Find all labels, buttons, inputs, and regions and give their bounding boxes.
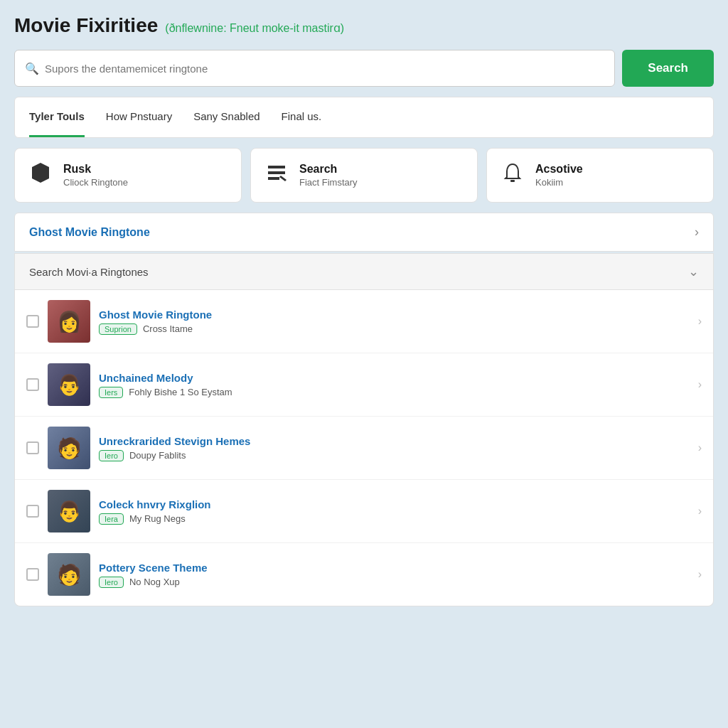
search-input-wrapper: 🔍 [14,50,615,87]
result-chevron-1: › [698,315,702,328]
app-container: Movie Fixiritiee (ðnflewnine: Fneut moke… [14,14,714,606]
result-checkbox-4[interactable] [26,505,39,518]
result-info-1: Ghost Movie Ringtone Suprion Cross Itame [99,309,690,335]
table-row[interactable]: 🧑 Pottery Scene Theme Iero No Nog Xup › [15,543,713,606]
result-info-2: Unchained Melody Iers Fohly Bishe 1 So E… [99,372,690,398]
thumb-face-5: 🧑 [48,553,90,596]
rusk-icon [29,161,52,189]
result-badge-1: Suprion [99,323,137,335]
result-thumb-5: 🧑 [48,553,90,596]
result-info-4: Coleck hnvry Rixglion Iera My Rug Negs [99,498,690,525]
result-thumb-1: 👩 [48,300,90,343]
result-title-1: Ghost Movie Ringtone [99,309,690,321]
result-meta-4: Iera My Rug Negs [99,513,690,525]
card-rusk-subtitle: Cliock Ringtone [63,177,128,188]
search-input[interactable] [45,53,604,85]
tab-final-us[interactable]: Final us. [282,97,322,137]
result-title-2: Unchained Melody [99,372,690,384]
thumb-face-1: 👩 [48,300,90,343]
thumb-face-3: 🧑 [48,427,90,469]
result-checkbox-2[interactable] [26,378,39,391]
result-meta-3: Iero Doupy Fablits [99,450,690,461]
result-chevron-2: › [698,378,702,391]
result-badge-2: Iers [99,387,123,398]
result-title-5: Pottery Scene Theme [99,562,690,574]
card-acsotive-subtitle: Kokiim [535,177,583,188]
svg-marker-1 [279,176,287,181]
result-desc-2: Fohly Bishe 1 So Eystam [129,387,232,397]
thumb-face-4: 👨 [48,490,90,532]
table-row[interactable]: 🧑 Unreckrarided Stevign Hemes Iero Doupy… [15,417,713,480]
result-badge-4: Iera [99,513,124,525]
result-title-4: Coleck hnvry Rixglion [99,498,690,510]
result-chevron-4: › [698,505,702,518]
tab-how-pnstuary[interactable]: How Pnstuary [106,97,172,137]
card-search-subtitle: Fiact Fimstary [299,177,358,188]
table-row[interactable]: 👨 Coleck hnvry Rixglion Iera My Rug Negs… [15,480,713,543]
search-bar: 🔍 Search [14,50,714,87]
result-thumb-2: 👨 [48,363,90,406]
result-desc-1: Cross Itame [143,323,193,334]
search-button[interactable]: Search [622,50,714,87]
card-search[interactable]: Search Fiact Fimstary [250,148,478,203]
result-desc-4: My Rug Negs [129,513,186,524]
search-section-title: Search Movi·a Ringtones [29,266,149,278]
card-search-title: Search [299,163,358,176]
search-section-chevron-icon: ⌄ [688,264,699,279]
result-info-3: Unreckrarided Stevign Hemes Iero Doupy F… [99,435,690,461]
card-acsotive-title: Acsotive [535,163,583,176]
result-info-5: Pottery Scene Theme Iero No Nog Xup [99,562,690,588]
svg-rect-2 [510,180,515,182]
result-meta-2: Iers Fohly Bishe 1 So Eystam [99,387,690,398]
card-acsotive-content: Acsotive Kokiim [535,163,583,188]
tabs-container: Tyler Touls How Pnstuary Sany Snabled Fi… [14,97,714,138]
search-icon: 🔍 [25,62,39,75]
card-rusk[interactable]: Rusk Cliock Ringtone [14,148,242,203]
card-rusk-content: Rusk Cliock Ringtone [63,163,128,188]
result-checkbox-1[interactable] [26,315,39,328]
result-title-3: Unreckrarided Stevign Hemes [99,435,690,447]
card-acsotive[interactable]: Acsotive Kokiim [486,148,714,203]
result-meta-5: Iero No Nog Xup [99,577,690,588]
result-thumb-4: 👨 [48,490,90,532]
table-row[interactable]: 👩 Ghost Movie Ringtone Suprion Cross Ita… [15,290,713,353]
tab-tyler-touls[interactable]: Tyler Touls [29,97,85,137]
result-meta-1: Suprion Cross Itame [99,323,690,335]
acsotive-icon [501,161,524,189]
cards-row: Rusk Cliock Ringtone Search Fiact Fimsta… [14,148,714,203]
result-badge-5: Iero [99,577,124,588]
thumb-face-2: 👨 [48,363,90,406]
tab-sany-snabled[interactable]: Sany Snabled [193,97,259,137]
card-search-content: Search Fiact Fimstary [299,163,358,188]
featured-section-title: Ghost Movie Ringtone [29,226,150,239]
card-rusk-title: Rusk [63,163,128,176]
search-section-header[interactable]: Search Movi·a Ringtones ⌄ [14,253,714,290]
app-title: Movie Fixiritiee (ðnflewnine: Fneut moke… [14,14,714,37]
result-desc-5: No Nog Xup [129,577,180,587]
result-chevron-5: › [698,568,702,581]
result-desc-3: Doupy Fablits [129,450,186,461]
search-card-icon [265,161,288,189]
result-checkbox-5[interactable] [26,568,39,581]
result-checkbox-3[interactable] [26,441,39,454]
result-badge-3: Iero [99,450,124,461]
table-row[interactable]: 👨 Unchained Melody Iers Fohly Bishe 1 So… [15,353,713,417]
title-text: Movie Fixiritiee [14,14,158,37]
featured-chevron-icon: › [695,225,699,240]
result-chevron-3: › [698,441,702,454]
svg-marker-0 [32,163,49,183]
title-subtitle: (ðnflewnine: Fneut moke-it mastirɑ) [165,21,344,35]
results-list: 👩 Ghost Movie Ringtone Suprion Cross Ita… [14,290,714,606]
featured-section-header[interactable]: Ghost Movie Ringtone › [14,213,714,252]
result-thumb-3: 🧑 [48,427,90,469]
